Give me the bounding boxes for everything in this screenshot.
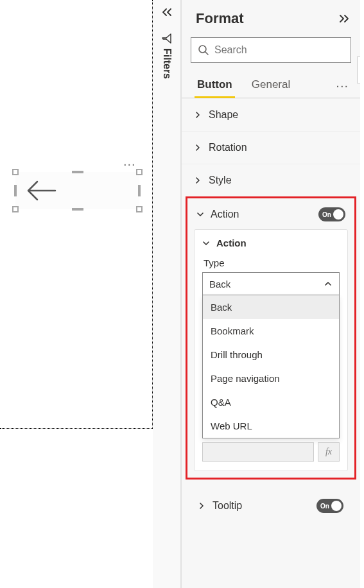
search-input[interactable] <box>214 44 344 56</box>
tab-general[interactable]: General <box>249 73 293 98</box>
type-dropdown-list: Back Bookmark Drill through Page navigat… <box>202 295 340 438</box>
section-tooltip-label: Tooltip <box>212 500 242 512</box>
action-value-input-disabled <box>202 442 314 462</box>
chevron-down-icon <box>202 240 210 246</box>
tooltip-toggle[interactable]: On <box>316 499 343 513</box>
svg-line-1 <box>205 52 208 55</box>
format-search-box[interactable] <box>191 37 351 63</box>
dropdown-option-bookmark[interactable]: Bookmark <box>203 319 339 343</box>
fx-button[interactable]: fx <box>318 442 340 462</box>
section-rotation-label: Rotation <box>209 142 247 153</box>
selection-handle-w[interactable] <box>14 185 17 196</box>
chevron-right-icon <box>195 111 202 119</box>
dropdown-option-back[interactable]: Back <box>203 295 339 319</box>
type-dropdown-value: Back <box>209 279 230 290</box>
dropdown-option-web-url[interactable]: Web URL <box>203 414 339 438</box>
chevron-up-icon <box>324 281 333 287</box>
tabs-more-button[interactable]: ··· <box>336 78 351 93</box>
section-shape-label: Shape <box>209 109 238 121</box>
chevron-right-icon <box>195 144 202 151</box>
filter-icon <box>161 33 173 44</box>
arrow-left-icon <box>24 178 56 203</box>
section-style-label: Style <box>209 175 232 186</box>
selection-handle-n[interactable] <box>72 171 83 173</box>
section-style[interactable]: Style <box>182 164 360 196</box>
format-tabs: Button General ··· <box>182 68 360 98</box>
format-title: Format <box>196 10 244 27</box>
section-action[interactable]: Action On <box>187 198 354 229</box>
action-subsection[interactable]: Action <box>202 238 340 255</box>
section-action-label: Action <box>211 209 239 220</box>
back-button-visual[interactable] <box>15 172 139 209</box>
visual-more-options[interactable]: ··· <box>123 157 136 171</box>
chevron-down-icon <box>196 211 204 218</box>
selection-handle-e[interactable] <box>138 185 141 196</box>
chevron-double-left-icon <box>161 8 173 17</box>
format-pane: Format Button General ··· Shape <box>181 0 360 588</box>
format-expand-button[interactable] <box>338 12 350 26</box>
chevron-right-icon <box>198 502 206 510</box>
section-rotation[interactable]: Rotation <box>182 131 360 164</box>
tab-button[interactable]: Button <box>195 73 235 98</box>
action-section-highlight: Action On Action Type Back Back B <box>186 196 356 480</box>
dropdown-option-qa[interactable]: Q&A <box>203 390 339 414</box>
action-card: Action Type Back Back Bookmark Drill thr… <box>194 229 348 471</box>
dropdown-option-drill-through[interactable]: Drill through <box>203 343 339 367</box>
filters-label: Filters <box>161 48 173 79</box>
action-toggle[interactable]: On <box>318 207 345 221</box>
report-canvas[interactable]: ··· <box>0 0 153 429</box>
toggle-on-label: On <box>320 503 329 510</box>
search-icon <box>198 44 209 56</box>
selection-corner-sw[interactable] <box>12 206 19 212</box>
section-shape[interactable]: Shape <box>182 98 360 131</box>
toggle-on-label: On <box>322 211 331 218</box>
chevron-double-right-icon <box>338 14 350 23</box>
action-subheader-label: Action <box>216 238 247 248</box>
filters-collapse-button[interactable] <box>153 0 180 24</box>
type-label: Type <box>202 255 340 272</box>
selection-handle-s[interactable] <box>72 208 83 211</box>
type-dropdown[interactable]: Back <box>202 272 340 295</box>
filters-pane-collapsed: Filters <box>153 0 181 588</box>
selection-corner-nw[interactable] <box>12 169 19 175</box>
pane-scroll-indicator <box>357 56 360 83</box>
selection-corner-ne[interactable] <box>136 169 143 175</box>
dropdown-option-page-navigation[interactable]: Page navigation <box>203 367 339 390</box>
section-tooltip[interactable]: Tooltip On <box>186 489 356 523</box>
chevron-right-icon <box>195 177 202 184</box>
selection-corner-se[interactable] <box>136 206 143 212</box>
svg-point-0 <box>199 46 206 53</box>
